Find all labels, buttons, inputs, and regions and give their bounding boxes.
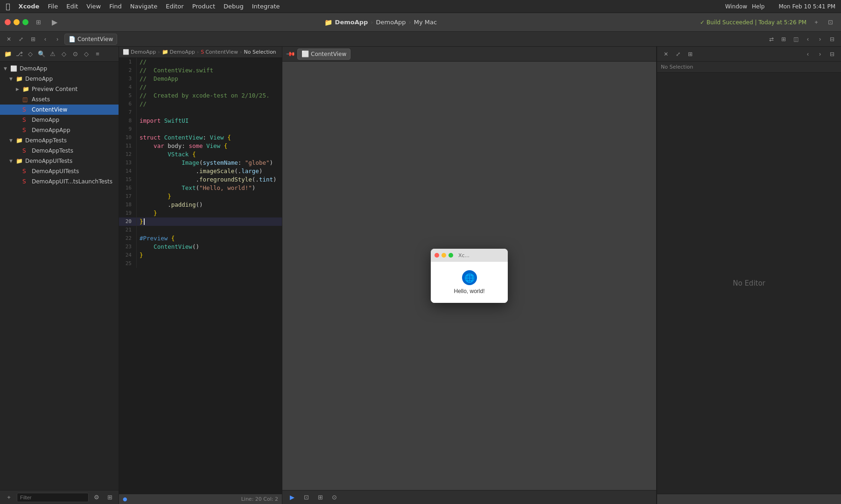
preview-tab-contentview[interactable]: ⬜ ContentView <box>297 49 350 60</box>
sidebar-item-contentview[interactable]: ▶ S ContentView <box>0 105 119 115</box>
code-line-24: 24 } <box>119 251 282 259</box>
traffic-lights <box>5 19 28 25</box>
preview-play-button[interactable]: ▶ <box>287 492 297 503</box>
mini-window-title: Xc... <box>458 252 470 259</box>
inspector-no-selection: No Selection <box>657 62 841 73</box>
menu-window[interactable]: Window <box>725 3 747 10</box>
mini-title-bar: Xc... <box>431 249 508 262</box>
no-editor-label: No Editor <box>733 279 765 287</box>
menu-view[interactable]: View <box>86 3 101 10</box>
sidebar-item-demoapp-tests-swift[interactable]: ▶ S DemoAppTests <box>0 146 119 156</box>
menu-help[interactable]: Help <box>752 3 764 10</box>
menu-navigate[interactable]: Navigate <box>130 3 157 10</box>
canvas-toggle[interactable]: ◫ <box>791 34 801 44</box>
apple-menu[interactable]:  <box>6 2 10 11</box>
sidebar-find-btn[interactable]: 🔍 <box>36 49 47 59</box>
sidebar-test-btn[interactable]: ◇ <box>59 49 69 59</box>
menu-xcode[interactable]: Xcode <box>19 3 40 10</box>
breadcrumb-folder-icon: 📁 <box>162 49 168 55</box>
inspector-right-btn[interactable]: ⊟ <box>827 49 837 59</box>
minimize-button[interactable] <box>14 19 20 25</box>
grid-button[interactable]: ⊞ <box>28 34 38 44</box>
preview-settings-button[interactable]: ⊙ <box>329 492 339 503</box>
sidebar-vcs-btn[interactable]: ⎇ <box>14 49 24 59</box>
sidebar-files-btn[interactable]: 📁 <box>3 49 13 59</box>
breadcrumb-file[interactable]: S ContentView <box>201 49 238 55</box>
inspector-expand-btn[interactable]: ⤢ <box>673 49 683 59</box>
sidebar-item-demoapp-uitests-launch[interactable]: ▶ S DemoAppUIT...tsLaunchTests <box>0 176 119 187</box>
sidebar-issues-btn[interactable]: ⚠ <box>48 49 58 59</box>
code-editor[interactable]: 1 // 2 // ContentView.swift 3 // DemoApp… <box>119 58 282 494</box>
sidebar-item-assets[interactable]: ▶ ◫ Assets <box>0 94 119 105</box>
sidebar-item-demoapp-uitests-folder[interactable]: ▼ 📁 DemoAppUITests <box>0 156 119 166</box>
menu-file[interactable]: File <box>48 3 58 10</box>
sidebar-item-demoapp-tests-folder[interactable]: ▼ 📁 DemoAppTests <box>0 135 119 146</box>
sidebar: 📁 ⎇ ◇ 🔍 ⚠ ◇ ⊙ ◇ ≡ ▼ ⬜ DemoApp ▼ <box>0 47 119 504</box>
sidebar-label: DemoAppApp <box>32 127 70 133</box>
sort-button[interactable]: ⊞ <box>105 492 115 503</box>
menu-edit[interactable]: Edit <box>66 3 78 10</box>
preview-grid-button[interactable]: ⊞ <box>315 492 325 503</box>
inspector-bottom-status <box>657 494 841 504</box>
preview-device-button[interactable]: ⊡ <box>301 492 311 503</box>
sidebar-item-demoapp-folder[interactable]: ▼ 📁 DemoApp <box>0 74 119 84</box>
add-file-button[interactable]: + <box>4 492 14 503</box>
menu-product[interactable]: Product <box>192 3 215 10</box>
filter-options-button[interactable]: ⚙ <box>91 492 102 503</box>
breadcrumb-sep1: › <box>158 49 160 55</box>
sidebar-item-demoapp-project[interactable]: ▼ ⬜ DemoApp <box>0 63 119 74</box>
maximize-button[interactable] <box>22 19 28 25</box>
breadcrumb-project[interactable]: ⬜ DemoApp <box>123 49 156 55</box>
add-button[interactable]: + <box>810 17 822 28</box>
project-name: DemoApp <box>335 19 368 26</box>
sidebar-reports-btn[interactable]: ≡ <box>92 49 103 59</box>
device-name: My Mac <box>414 19 437 26</box>
sidebar-item-demoapp-uitests-swift[interactable]: ▶ S DemoAppUITests <box>0 166 119 176</box>
inspector-toggle[interactable]: ⊞ <box>778 34 789 44</box>
run-button[interactable]: ▶ <box>48 16 61 29</box>
swift-icon: S <box>22 106 30 113</box>
sidebar-debug-btn[interactable]: ⊙ <box>70 49 80 59</box>
sidebar-breakpoints-btn[interactable]: ◇ <box>81 49 91 59</box>
sidebar-item-preview-content[interactable]: ▶ 📁 Preview Content <box>0 84 119 94</box>
menu-editor[interactable]: Editor <box>166 3 183 10</box>
nav-back-button[interactable]: ‹ <box>40 34 50 44</box>
navigate-back-button[interactable]: ✕ <box>4 34 14 44</box>
code-line-17: 17 } <box>119 192 282 201</box>
breadcrumb-folder[interactable]: 📁 DemoApp <box>162 49 195 55</box>
sidebar-item-demoappapp-swift[interactable]: ▶ S DemoAppApp <box>0 125 119 135</box>
sidebar-toggle-button[interactable]: ⊞ <box>32 17 44 28</box>
menu-integrate[interactable]: Integrate <box>252 3 280 10</box>
inspector-nav-forward[interactable]: › <box>815 49 825 59</box>
pin-icon: 📌 <box>286 49 296 59</box>
code-line-18: 18 .padding() <box>119 201 282 209</box>
preview-icon: ⬜ <box>301 50 309 57</box>
file-tab-contentview[interactable]: 📄 ContentView <box>64 34 117 45</box>
hello-world-text: Hello, world! <box>454 288 484 294</box>
nav-forward-button[interactable]: › <box>52 34 63 44</box>
sidebar-item-demoapp-swift[interactable]: ▶ S DemoApp <box>0 115 119 125</box>
code-line-21: 21 <box>119 226 282 234</box>
close-button[interactable] <box>5 19 11 25</box>
inspector-nav-back[interactable]: ‹ <box>803 49 813 59</box>
sidebar-label: Preview Content <box>32 86 77 92</box>
inspector-panel: ✕ ⤢ ⊞ ‹ › ⊟ No Selection No Editor <box>657 47 841 504</box>
inspector-close-btn[interactable]: ✕ <box>661 49 671 59</box>
breadcrumb-sep3: › <box>240 49 242 55</box>
code-line-5: 5 // Created by xcode-test on 2/10/25. <box>119 91 282 100</box>
chevron-down-icon: ▼ <box>9 159 14 163</box>
menu-debug[interactable]: Debug <box>224 3 244 10</box>
right-panel-toggle[interactable]: ⇄ <box>766 34 777 44</box>
expand-button[interactable]: ⤢ <box>16 34 26 44</box>
inspector-split-btn[interactable]: ⊞ <box>685 49 695 59</box>
sidebar-label: DemoAppUITests <box>32 168 79 175</box>
nav-arrows-forward[interactable]: › <box>815 34 825 44</box>
nav-arrows-back[interactable]: ‹ <box>803 34 813 44</box>
sidebar-bookmarks-btn[interactable]: ◇ <box>25 49 35 59</box>
filter-input[interactable] <box>17 493 89 502</box>
menu-find[interactable]: Find <box>109 3 122 10</box>
build-status-text: Build Succeeded | Today at 5:26 PM <box>707 19 806 26</box>
right-inspector-btn[interactable]: ⊟ <box>827 34 837 44</box>
assets-icon: ◫ <box>22 96 30 103</box>
split-view-button[interactable]: ⊡ <box>824 17 836 28</box>
